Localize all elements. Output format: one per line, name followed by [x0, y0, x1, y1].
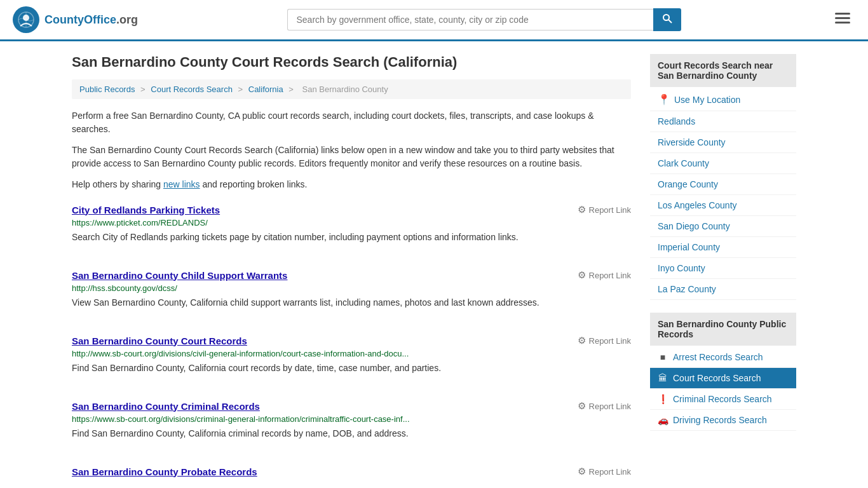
logo-text: CountyOffice.org	[44, 13, 138, 27]
records-item-arrest[interactable]: ■ Arrest Records Search	[650, 347, 796, 368]
logo-area: CountyOffice.org	[13, 6, 138, 33]
result-url: https://www.pticket.com/REDLANDS/	[72, 218, 631, 227]
search-input[interactable]	[287, 9, 653, 30]
nearby-item-la-paz[interactable]: La Paz County	[650, 279, 796, 300]
report-icon: ⚙	[578, 400, 586, 412]
result-title-row: San Bernardino County Court Records ⚙ Re…	[72, 335, 631, 346]
nearby-item-los-angeles[interactable]: Los Angeles County	[650, 195, 796, 216]
header: CountyOffice.org	[0, 0, 868, 41]
description-1: Perform a free San Bernardino County, CA…	[72, 109, 631, 136]
result-title-row: San Bernardino County Probate Records ⚙ …	[72, 466, 631, 477]
result-url: https://www.sb-court.org/divisions/crimi…	[72, 414, 631, 424]
nearby-item-imperial[interactable]: Imperial County	[650, 237, 796, 258]
arrest-icon: ■	[658, 352, 668, 362]
report-icon: ⚙	[578, 269, 586, 281]
records-item-driving[interactable]: 🚗 Driving Records Search	[650, 410, 796, 431]
breadcrumb-public-records[interactable]: Public Records	[79, 85, 135, 94]
pin-icon: 📍	[658, 93, 670, 105]
driving-icon: 🚗	[658, 415, 668, 425]
search-icon	[662, 13, 672, 24]
result-item: San Bernardino County Court Records ⚙ Re…	[72, 335, 631, 381]
svg-rect-8	[835, 22, 850, 24]
result-title-link[interactable]: San Bernardino County Child Support Warr…	[72, 270, 287, 281]
svg-point-4	[663, 15, 669, 20]
report-icon: ⚙	[578, 204, 586, 215]
criminal-icon: ❗	[658, 394, 668, 404]
result-url: http://hss.sbcounty.gov/dcss/	[72, 283, 631, 293]
nearby-item-redlands[interactable]: Redlands	[650, 111, 796, 132]
breadcrumb-california[interactable]: California	[248, 85, 283, 94]
result-desc: Search City of Redlands parking tickets …	[72, 231, 631, 244]
right-sidebar: Court Records Search near San Bernardino…	[650, 54, 796, 488]
breadcrumb-current: San Bernardino County	[302, 85, 388, 94]
report-link[interactable]: ⚙ Report Link	[578, 335, 631, 346]
result-title-link[interactable]: San Bernardino County Court Records	[72, 336, 247, 346]
search-button[interactable]	[653, 8, 681, 31]
hamburger-icon	[835, 13, 850, 24]
header-right	[830, 9, 855, 30]
new-links[interactable]: new links	[163, 179, 200, 189]
result-title-row: San Bernardino County Criminal Records ⚙…	[72, 400, 631, 412]
nearby-header: Court Records Search near San Bernardino…	[650, 54, 796, 87]
nearby-item-riverside[interactable]: Riverside County	[650, 132, 796, 153]
nearby-section: Court Records Search near San Bernardino…	[650, 54, 796, 300]
result-desc: Find San Bernardino County, California c…	[72, 362, 631, 375]
result-item: San Bernardino County Child Support Warr…	[72, 269, 631, 316]
result-title-link[interactable]: San Bernardino County Probate Records	[72, 466, 257, 477]
breadcrumb: Public Records > Court Records Search > …	[72, 79, 631, 99]
public-records-section: San Bernardino County Public Records ■ A…	[650, 313, 796, 431]
result-title-link[interactable]: San Bernardino County Criminal Records	[72, 401, 260, 412]
main-content: San Bernardino County Court Records Sear…	[53, 41, 815, 488]
nearby-item-san-diego[interactable]: San Diego County	[650, 216, 796, 237]
use-location[interactable]: 📍 Use My Location	[650, 88, 796, 111]
records-item-court[interactable]: 🏛 Court Records Search	[650, 368, 796, 389]
logo-icon	[13, 6, 39, 33]
result-item: San Bernardino County Criminal Records ⚙…	[72, 400, 631, 447]
report-link[interactable]: ⚙ Report Link	[578, 400, 631, 412]
left-content: San Bernardino County Court Records Sear…	[72, 54, 631, 488]
report-link[interactable]: ⚙ Report Link	[578, 204, 631, 215]
nearby-item-clark[interactable]: Clark County	[650, 153, 796, 174]
result-desc: Find San Bernardino County, California c…	[72, 427, 631, 440]
result-title-link[interactable]: City of Redlands Parking Tickets	[72, 205, 220, 215]
result-title-row: City of Redlands Parking Tickets ⚙ Repor…	[72, 204, 631, 215]
use-location-link[interactable]: Use My Location	[674, 95, 740, 105]
result-item: San Bernardino County Probate Records ⚙ …	[72, 466, 631, 486]
nearby-item-orange[interactable]: Orange County	[650, 174, 796, 195]
description-2: The San Bernardino County Court Records …	[72, 144, 631, 170]
report-icon: ⚙	[578, 335, 586, 346]
svg-rect-6	[835, 13, 850, 15]
help-text: Help others by sharing new links and rep…	[72, 178, 631, 191]
result-item: City of Redlands Parking Tickets ⚙ Repor…	[72, 204, 631, 250]
svg-rect-7	[835, 17, 850, 19]
public-records-header: San Bernardino County Public Records	[650, 313, 796, 346]
result-desc: View San Bernardino County, California c…	[72, 296, 631, 309]
report-link[interactable]: ⚙ Report Link	[578, 466, 631, 477]
report-icon: ⚙	[578, 466, 586, 477]
result-url: http://www.sb-court.org/divisions/civil-…	[72, 349, 631, 358]
page-title: San Bernardino County Court Records Sear…	[72, 54, 631, 71]
nearby-item-inyo[interactable]: Inyo County	[650, 258, 796, 279]
court-icon: 🏛	[658, 373, 668, 383]
svg-line-5	[668, 20, 672, 23]
records-item-criminal[interactable]: ❗ Criminal Records Search	[650, 389, 796, 410]
result-title-row: San Bernardino County Child Support Warr…	[72, 269, 631, 281]
menu-button[interactable]	[830, 9, 855, 30]
breadcrumb-court-records[interactable]: Court Records Search	[151, 85, 233, 94]
search-area	[287, 8, 681, 31]
report-link[interactable]: ⚙ Report Link	[578, 269, 631, 281]
